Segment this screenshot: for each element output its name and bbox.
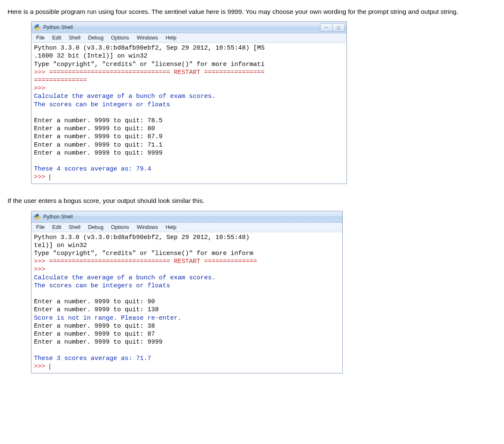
titlebar: Python Shell ─ ◻ [32,22,346,33]
intro-text: Here is a possible program run using fou… [8,7,496,16]
menu-shell[interactable]: Shell [65,34,84,42]
menubar: File Edit Shell Debug Options Windows He… [32,223,342,232]
input-line: Enter a number. 9999 to quit: 90 [34,298,155,305]
minimize-icon: ─ [325,25,328,30]
output-line: Calculate the average of a bunch of exam… [34,93,215,100]
menu-windows[interactable]: Windows [133,223,162,231]
menu-debug[interactable]: Debug [84,223,108,231]
input-line: Enter a number. 9999 to quit: 87.9 [34,133,163,140]
input-line: Enter a number. 9999 to quit: 9999 [34,150,163,157]
prompt: >>> [34,173,49,181]
maximize-button[interactable]: ◻ [332,23,345,32]
menu-file[interactable]: File [32,34,48,42]
restart-line: >>> ================================ RES… [34,258,257,265]
input-line: Enter a number. 9999 to quit: 78.5 [34,117,163,124]
maximize-icon: ◻ [337,25,340,30]
menu-options[interactable]: Options [107,223,133,231]
error-line: Score is not in range. Please re-enter. [34,315,181,322]
python-shell-window-1: Python Shell ─ ◻ File Edit Shell Debug O… [31,21,347,184]
text-cursor-icon [50,364,50,370]
prompt: >>> [34,363,49,370]
banner-line: tel)] on win32 [34,242,87,249]
python-icon [34,213,41,220]
titlebar-title: Python Shell [43,214,341,220]
menu-edit[interactable]: Edit [48,223,65,231]
input-line: Enter a number. 9999 to quit: 138 [34,306,159,313]
output-line: Calculate the average of a bunch of exam… [34,274,215,281]
menu-file[interactable]: File [32,223,48,231]
window-controls: ─ ◻ [320,23,345,32]
console-output-1: Python 3.3.0 (v3.3.0:bd8afb90ebf2, Sep 2… [32,43,346,184]
menu-edit[interactable]: Edit [48,34,65,42]
input-line: Enter a number. 9999 to quit: 71.1 [34,142,163,149]
banner-line: Type "copyright", "credits" or "license(… [34,61,265,68]
result-line: These 3 scores average as: 71.7 [34,355,151,362]
input-line: Enter a number. 9999 to quit: 87 [34,331,155,338]
menu-options[interactable]: Options [107,34,133,42]
menu-shell[interactable]: Shell [65,223,84,231]
input-line: Enter a number. 9999 to quit: 38 [34,323,155,330]
output-line: The scores can be integers or floats [34,101,170,108]
input-line: Enter a number. 9999 to quit: 80 [34,125,155,132]
restart-line: >>> ================================ RES… [34,69,265,76]
python-shell-window-2: Python Shell File Edit Shell Debug Optio… [31,211,343,373]
prompt: >>> [34,85,49,92]
restart-line: ============== [34,77,87,84]
console-output-2: Python 3.3.0 (v3.3.0:bd8afb90ebf2, Sep 2… [32,232,342,373]
output-line: The scores can be integers or floats [34,282,170,289]
mid-text: If the user enters a bogus score, your o… [8,196,496,205]
prompt: >>> [34,266,49,273]
python-icon [34,24,41,31]
banner-line: .1600 32 bit (Intel)] on win32 [34,53,147,60]
input-line: Enter a number. 9999 to quit: 9999 [34,339,163,346]
menu-help[interactable]: Help [162,34,180,42]
titlebar: Python Shell [32,211,342,223]
titlebar-title: Python Shell [43,24,320,30]
menu-help[interactable]: Help [162,223,180,231]
banner-line: Python 3.3.0 (v3.3.0:bd8afb90ebf2, Sep 2… [34,234,249,241]
menu-windows[interactable]: Windows [133,34,162,42]
banner-line: Type "copyright", "credits" or "license(… [34,250,253,257]
menubar: File Edit Shell Debug Options Windows He… [32,33,346,43]
minimize-button[interactable]: ─ [320,23,333,32]
menu-debug[interactable]: Debug [84,34,108,42]
banner-line: Python 3.3.0 (v3.3.0:bd8afb90ebf2, Sep 2… [34,45,265,52]
result-line: These 4 scores average as: 79.4 [34,166,151,173]
text-cursor-icon [50,174,50,181]
